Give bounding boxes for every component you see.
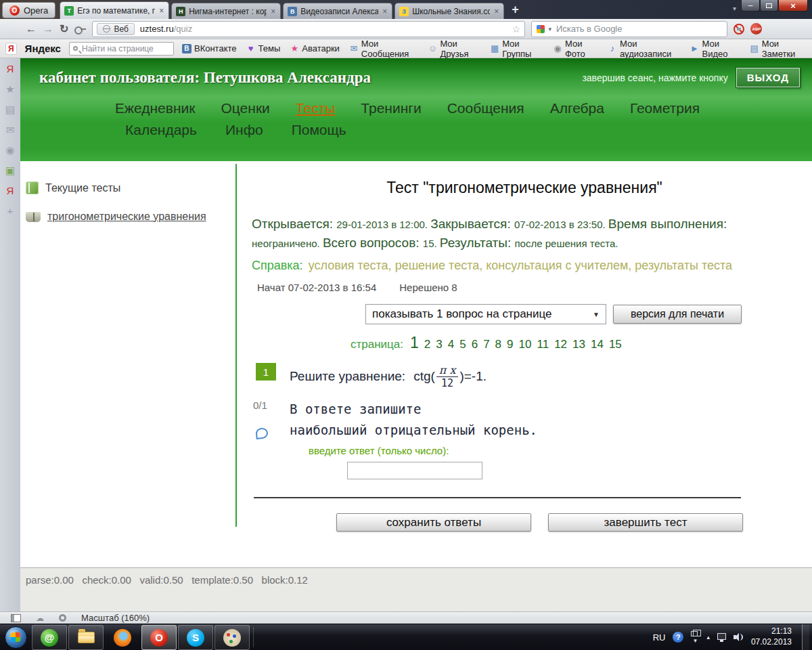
yandex-bar-item[interactable]: В ВКонтакте (182, 43, 237, 53)
nav-item[interactable]: Календарь (125, 122, 197, 138)
tray-overflow-icon[interactable]: ▾ (694, 637, 697, 644)
taskbar-explorer[interactable] (68, 625, 104, 650)
help-link[interactable]: условия теста, (309, 259, 392, 272)
nav-item[interactable]: Алгебра (550, 100, 604, 116)
add-panel-icon[interactable]: + (7, 206, 14, 217)
search-engine-caret-icon[interactable]: ▾ (548, 26, 551, 32)
page-number-link[interactable]: 8 (495, 338, 501, 351)
taskbar-skype[interactable]: S (178, 625, 213, 650)
page-number-link[interactable]: 9 (507, 338, 513, 351)
tab-close-icon[interactable]: × (158, 6, 164, 16)
zoom-level-label[interactable]: Масштаб (160%) (81, 613, 150, 623)
nav-item[interactable]: Сообщения (447, 100, 524, 116)
browser-tab[interactable]: З Школьные Знания.со... × (394, 3, 504, 19)
language-indicator[interactable]: RU (653, 632, 666, 643)
browser-tab[interactable]: Н Нигма-интернет : кор... × (171, 3, 281, 19)
minimize-button[interactable]: – (741, 0, 760, 12)
sidebar-test-item[interactable]: Текущие тесты (26, 181, 234, 194)
tab-list-chevron-icon[interactable]: ▾ (733, 5, 736, 12)
tray-window-icon[interactable] (691, 631, 698, 636)
sidebar-item-label[interactable]: тригонометрические уравнения (47, 211, 206, 223)
browser-tab[interactable]: В Видеозаписи Алексан... × (283, 3, 392, 19)
new-tab-button[interactable]: + (512, 3, 519, 17)
find-on-page-input[interactable] (81, 43, 188, 54)
restore-button[interactable] (760, 0, 778, 12)
history-icon[interactable]: ◉ (5, 145, 14, 156)
search-input[interactable] (555, 23, 722, 35)
opera-menu-button[interactable]: O Opera (2, 2, 55, 18)
network-tray-icon[interactable] (717, 633, 726, 640)
taskbar-clock[interactable]: 21:13 07.02.2013 (751, 626, 792, 647)
logout-button[interactable]: ВЫХОД (736, 68, 800, 87)
adblock-extension-icon[interactable]: ABP (750, 23, 762, 35)
block-images-extension-icon[interactable] (734, 24, 744, 35)
page-number-link[interactable]: 3 (436, 338, 442, 351)
nav-item[interactable]: Тесты (296, 100, 336, 116)
find-on-page-box[interactable] (69, 42, 174, 56)
taskbar-opera[interactable]: O (141, 625, 177, 650)
browser-tab[interactable]: Т Егэ по математике, по... × (60, 1, 169, 19)
nav-item[interactable]: Геометрия (630, 100, 700, 116)
page-number-link[interactable]: 10 (519, 338, 532, 351)
yandex-bar-item[interactable]: ▦ Мои Группы (490, 39, 543, 59)
url-text[interactable]: uztest.ru/quiz (140, 24, 192, 34)
nav-item[interactable]: Оценки (221, 100, 269, 116)
yandex-bar-item[interactable]: ☺ Мои Друзья (428, 39, 480, 59)
page-number-link[interactable]: 14 (591, 338, 604, 351)
taskbar-paint[interactable] (215, 625, 250, 650)
yandex-button[interactable]: Я (5, 43, 17, 55)
start-button[interactable] (0, 624, 31, 650)
panel-toggle-icon[interactable] (11, 614, 21, 622)
webcam-icon[interactable]: ▣ (5, 165, 15, 176)
yandex-icon[interactable]: Я (7, 64, 14, 74)
page-number-link[interactable]: 4 (448, 338, 454, 351)
print-version-button[interactable]: версия для печати (613, 305, 742, 324)
help-tray-icon[interactable]: ? (673, 632, 683, 643)
bookmark-star-icon[interactable]: ☆ (512, 24, 521, 35)
page-number-link[interactable]: 5 (459, 338, 466, 351)
nav-item[interactable]: Ежедневник (115, 100, 195, 116)
tab-close-icon[interactable]: × (382, 7, 388, 16)
nav-item[interactable]: Помощь (292, 122, 346, 138)
tab-close-icon[interactable]: × (493, 7, 499, 16)
back-button[interactable]: ← (26, 23, 37, 35)
page-number-link[interactable]: 6 (472, 338, 478, 351)
page-number-link[interactable]: 7 (483, 338, 489, 351)
google-search-box[interactable]: ▾ (531, 21, 727, 37)
nav-item[interactable]: Инфо (225, 122, 263, 138)
mail-panel-icon[interactable]: ✉ (6, 125, 15, 135)
sidebar-item-label[interactable]: Текущие тесты (45, 182, 120, 194)
close-button[interactable]: × (778, 0, 808, 12)
show-hidden-icons-button[interactable]: ▴ (706, 634, 710, 641)
opera-turbo-cloud-icon[interactable]: ☁ (36, 614, 44, 622)
yandex-bookmarks-icon[interactable]: Я (7, 186, 14, 196)
page-number-link[interactable]: 1 (410, 334, 419, 352)
help-link[interactable]: результаты теста (635, 259, 732, 272)
yandex-bar-item[interactable]: ► Мои Видео (690, 39, 740, 59)
questions-per-page-select[interactable]: показывать 1 вопрос на странице ▼ (365, 304, 606, 324)
finish-test-button[interactable]: завершить тест (548, 513, 743, 532)
forward-button[interactable]: → (43, 23, 53, 35)
wand-password-icon[interactable] (74, 26, 86, 32)
show-desktop-button[interactable] (802, 624, 809, 650)
help-link[interactable]: консультация с учителем, (486, 259, 631, 272)
yandex-bar-item[interactable]: ♥ Темы (246, 43, 281, 53)
bookmarks-star-icon[interactable]: ★ (5, 84, 14, 95)
taskbar-firefox[interactable] (105, 625, 140, 650)
web-badge[interactable]: Веб (97, 23, 134, 35)
page-number-link[interactable]: 11 (537, 338, 549, 351)
comment-bubble-icon[interactable] (255, 427, 269, 439)
yandex-logo[interactable]: Яндекс (25, 43, 61, 54)
page-number-link[interactable]: 13 (572, 338, 585, 351)
address-bar[interactable]: Веб uztest.ru/quiz ☆ (92, 21, 525, 37)
tab-close-icon[interactable]: × (270, 7, 276, 16)
sidebar-test-item[interactable]: тригонометрические уравнения (26, 211, 234, 223)
yandex-bar-item[interactable]: ✉ Мои Сообщения (349, 39, 419, 59)
volume-tray-icon[interactable] (734, 632, 744, 642)
yandex-bar-item[interactable]: ◉ Мои Фото (553, 39, 598, 59)
taskbar-mailru-agent[interactable]: @ (32, 625, 67, 650)
panels-icon[interactable]: ▤ (5, 104, 15, 115)
yandex-bar-item[interactable]: ▤ Мои Заметки (750, 39, 807, 59)
nav-item[interactable]: Тренинги (361, 100, 421, 116)
yandex-bar-item[interactable]: ♪ Мои аудиозаписи (608, 39, 681, 59)
